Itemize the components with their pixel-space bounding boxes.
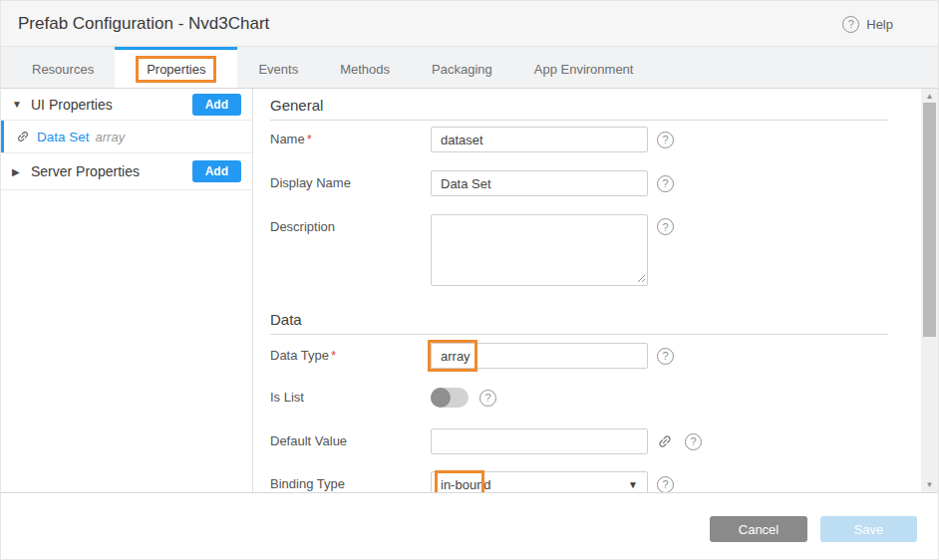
data-type-help-icon[interactable]: ? [657, 348, 674, 365]
sidebar-section-server-properties[interactable]: ▶ Server Properties Add [1, 153, 252, 190]
tab-resources[interactable]: Resources [11, 47, 115, 88]
dialog-footer: Cancel Save [1, 493, 939, 560]
tab-label: App Environment [534, 62, 634, 77]
sidebar-item-data-set[interactable]: Data Set array [1, 120, 252, 153]
required-asterisk: * [331, 348, 336, 363]
section-title-data: Data [270, 311, 888, 335]
binding-type-label: Binding Type [270, 471, 431, 492]
section-title-general: General [270, 97, 888, 121]
description-label: Description [270, 214, 431, 240]
tab-packaging[interactable]: Packaging [411, 47, 513, 88]
cancel-button[interactable]: Cancel [710, 516, 807, 542]
tab-label: Properties [147, 62, 205, 77]
default-value-label: Default Value [270, 428, 431, 454]
default-value-input[interactable] [431, 428, 648, 454]
sidebar-section-ui-properties[interactable]: ▼ UI Properties Add [1, 89, 252, 120]
default-value-help-icon[interactable]: ? [685, 433, 702, 450]
help-label: Help [866, 17, 893, 32]
description-help-icon[interactable]: ? [657, 218, 674, 235]
tab-label: Events [258, 62, 298, 77]
server-properties-label: Server Properties [31, 163, 140, 179]
scroll-down-icon[interactable]: ▼ [921, 478, 938, 491]
dialog-title: Prefab Configuration - Nvd3Chart [18, 14, 269, 34]
tab-label: Packaging [432, 62, 492, 77]
is-list-label: Is List [270, 388, 431, 408]
binding-type-help-icon[interactable]: ? [657, 476, 674, 493]
data-set-item-type: array [96, 130, 126, 144]
ui-properties-label: UI Properties [31, 97, 113, 113]
content-scrollbar[interactable]: ▲ ▼ [921, 89, 938, 492]
field-row-name: Name* ? [270, 127, 888, 152]
is-list-toggle[interactable] [431, 388, 469, 408]
description-textarea[interactable] [431, 214, 648, 286]
help-icon: ? [842, 16, 859, 33]
display-name-help-icon[interactable]: ? [657, 175, 674, 192]
dropdown-arrow-icon: ▼ [628, 479, 638, 490]
tab-label: Methods [340, 62, 390, 77]
name-help-icon[interactable]: ? [657, 132, 674, 148]
add-ui-property-button[interactable]: Add [192, 94, 241, 116]
help-button[interactable]: ? Help [842, 1, 893, 47]
name-label: Name* [270, 127, 431, 152]
annotation-box-properties: Properties [136, 56, 216, 83]
field-row-data-type: Data Type* ? [270, 343, 888, 369]
binding-type-select[interactable]: in-bound ▼ [431, 471, 648, 492]
display-name-label: Display Name [270, 170, 431, 196]
tab-methods[interactable]: Methods [319, 47, 411, 88]
data-type-label: Data Type* [270, 343, 431, 369]
display-name-input[interactable] [431, 170, 648, 196]
field-row-is-list: Is List ? [270, 388, 888, 408]
bind-variable-icon[interactable] [654, 430, 677, 453]
required-asterisk: * [307, 132, 312, 146]
field-row-binding-type: Binding Type in-bound ▼ ? [270, 471, 888, 492]
binding-type-selected-value: in-bound [441, 477, 491, 492]
data-type-input[interactable] [431, 343, 648, 369]
scroll-up-icon[interactable]: ▲ [921, 90, 938, 103]
is-list-help-icon[interactable]: ? [479, 390, 496, 407]
name-input[interactable] [431, 127, 648, 152]
add-server-property-button[interactable]: Add [192, 160, 241, 182]
field-row-default-value: Default Value ? [270, 428, 888, 454]
field-row-display-name: Display Name ? [270, 170, 888, 196]
caret-down-icon[interactable]: ▼ [12, 99, 24, 110]
tab-app-environment[interactable]: App Environment [513, 47, 655, 88]
tab-bar: Resources Properties Events Methods Pack… [1, 47, 939, 89]
tab-label: Resources [32, 62, 94, 77]
caret-right-icon[interactable]: ▶ [12, 166, 24, 177]
tab-events[interactable]: Events [237, 47, 319, 88]
data-set-item-label: Data Set [37, 130, 90, 144]
bind-link-icon [13, 127, 33, 146]
titlebar: Prefab Configuration - Nvd3Chart ? Help [1, 1, 939, 47]
field-row-description: Description ? [270, 214, 888, 290]
toggle-knob [431, 388, 451, 408]
prefab-configuration-dialog: Prefab Configuration - Nvd3Chart ? Help … [0, 0, 939, 560]
properties-sidebar: ▼ UI Properties Add Data Set array ▶ Ser… [1, 89, 253, 492]
save-button[interactable]: Save [820, 516, 917, 542]
selected-indicator-bar [1, 121, 4, 152]
scrollbar-thumb[interactable] [923, 103, 936, 337]
property-form: General Name* ? Display Name ? Descripti… [253, 89, 923, 492]
tab-properties[interactable]: Properties [115, 47, 237, 88]
